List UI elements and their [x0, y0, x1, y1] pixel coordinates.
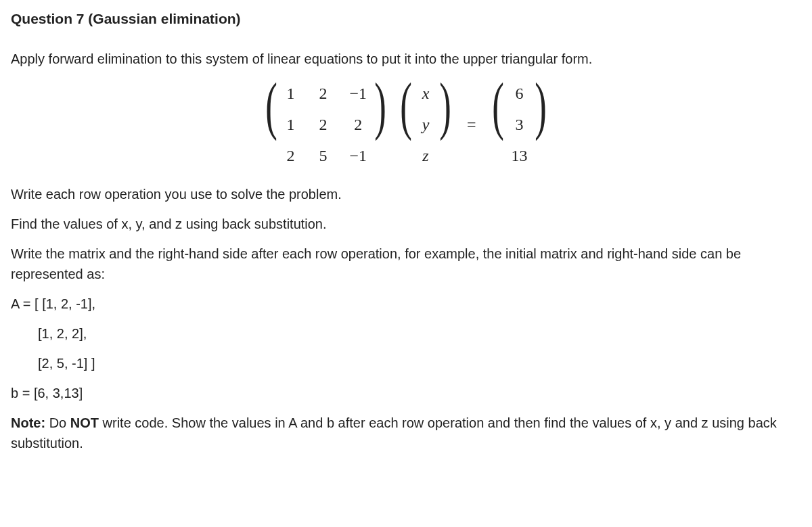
instruction-backsub: Find the values of x, y, and z using bac…	[11, 214, 801, 234]
matrix-equation: ( 1 2 −1 1 2 2 2 5 −1 ) ( x y z ) =	[11, 78, 801, 170]
matrix-cell: 2	[285, 143, 297, 168]
matrix-cell: 2	[317, 112, 330, 137]
instruction-rowops: Write each row operation you use to solv…	[11, 184, 801, 204]
vector-literal-b: b = [6, 3,13]	[11, 383, 801, 403]
matrix-A: ( 1 2 −1 1 2 2 2 5 −1 )	[261, 78, 391, 170]
matrix-cell: 5	[317, 143, 330, 168]
instruction-apply: Apply forward elimination to this system…	[11, 49, 801, 69]
right-paren-icon: )	[535, 76, 547, 168]
vector-cell: 13	[511, 143, 527, 168]
vector-cell: y	[420, 112, 432, 137]
left-paren-icon: (	[400, 76, 412, 168]
note-text: Note: Do NOT write code. Show the values…	[11, 413, 801, 453]
left-paren-icon: (	[265, 76, 277, 168]
matrix-cell: −1	[350, 81, 367, 106]
matrix-cell: −1	[350, 143, 367, 168]
note-label: Note:	[11, 415, 45, 430]
instruction-repr: Write the matrix and the right-hand side…	[11, 244, 801, 284]
matrix-cell: 1	[285, 81, 297, 106]
vector-xyz: ( x y z )	[395, 78, 456, 170]
note-pre: Do	[45, 415, 70, 430]
matrix-literal-line3: [2, 5, -1] ]	[11, 353, 801, 373]
question-title: Question 7 (Gaussian elimination)	[11, 8, 801, 30]
matrix-literal-line2: [1, 2, 2],	[11, 323, 801, 344]
vector-cell: 3	[511, 112, 527, 137]
matrix-cell: 2	[317, 81, 330, 106]
left-paren-icon: (	[492, 76, 504, 168]
vector-cell: 6	[511, 81, 527, 106]
equals-sign: =	[460, 112, 483, 137]
vector-cell: x	[420, 81, 432, 106]
vector-b: ( 6 3 13 )	[487, 78, 552, 170]
note-post: write code. Show the values in A and b a…	[11, 415, 777, 451]
right-paren-icon: )	[439, 76, 451, 168]
matrix-cell: 2	[350, 112, 367, 137]
matrix-literal-line1: A = [ [1, 2, -1],	[11, 294, 801, 314]
note-not: NOT	[70, 415, 99, 430]
vector-cell: z	[420, 143, 432, 168]
right-paren-icon: )	[374, 76, 386, 168]
matrix-cell: 1	[285, 112, 297, 137]
